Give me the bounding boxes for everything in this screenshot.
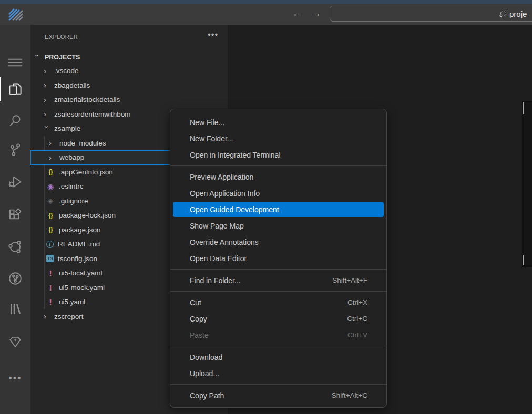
json-icon: {} <box>46 168 55 175</box>
menu-item-new-file[interactable]: New File... <box>173 115 384 130</box>
title-bar: ← → proje <box>0 4 532 25</box>
menu-separator <box>170 384 386 385</box>
explorer-title: EXPLORER <box>30 34 78 40</box>
menu-item-open-data-editor[interactable]: Open Data Editor <box>173 251 384 266</box>
tree-item-zbagdetails[interactable]: › zbagdetails <box>30 78 228 93</box>
storyboard-icon[interactable] <box>7 271 23 286</box>
eslint-icon: ◉ <box>46 182 55 191</box>
menu-item-open-guided-development[interactable]: Open Guided Development <box>173 202 384 217</box>
menu-item-label: Download <box>190 353 222 361</box>
tree-item-label: webapp <box>59 153 84 161</box>
menu-item-shortcut: Shift+Alt+C <box>332 391 367 399</box>
search-input-text: proje <box>509 9 527 18</box>
more-actions-icon[interactable]: ••• <box>7 373 23 384</box>
chevron-right-icon: › <box>44 68 50 74</box>
menu-item-label: New File... <box>190 118 224 127</box>
menu-item-copy-path[interactable]: Copy Path Shift+Alt+C <box>173 388 384 403</box>
typescript-icon: TS <box>46 255 54 262</box>
section-projects[interactable]: › PROJECTS <box>30 51 228 64</box>
explorer-header: EXPLORER ••• <box>30 30 228 44</box>
command-search-input[interactable]: proje <box>330 6 532 22</box>
extensions-icon[interactable] <box>7 207 23 223</box>
chevron-right-icon: › <box>49 140 55 146</box>
gem-icon[interactable] <box>7 334 23 349</box>
menu-item-show-page-map[interactable]: Show Page Map <box>173 218 384 233</box>
tree-item-label: .vscode <box>54 67 79 75</box>
explorer-more-actions-icon[interactable]: ••• <box>208 30 218 39</box>
menu-item-preview-application[interactable]: Preview Application <box>173 169 384 184</box>
json-icon: {} <box>46 226 55 233</box>
menu-item-open-application-info[interactable]: Open Application Info <box>173 185 384 201</box>
menu-item-label: Show Page Map <box>190 222 244 230</box>
menu-item-label: Upload... <box>190 369 219 378</box>
sap-logo-icon <box>7 7 25 22</box>
menu-item-shortcut: Ctrl+C <box>347 315 367 323</box>
tree-item-label: ui5-mock.yaml <box>59 284 105 292</box>
menu-separator <box>170 346 386 346</box>
search-view-icon[interactable] <box>7 113 23 129</box>
tree-item-vscode[interactable]: › .vscode <box>30 64 228 78</box>
tree-item-label: zsample <box>54 125 80 132</box>
yaml-icon: ! <box>46 268 55 277</box>
menu-item-override-annotations[interactable]: Override Annotations <box>173 234 384 250</box>
source-control-icon[interactable] <box>7 142 23 158</box>
yaml-icon: ! <box>46 283 55 292</box>
explorer-icon[interactable] <box>7 81 23 97</box>
menu-item-paste: Paste Ctrl+V <box>173 327 384 343</box>
menu-item-copy[interactable]: Copy Ctrl+C <box>173 311 384 326</box>
share-network-icon[interactable] <box>7 239 23 255</box>
tree-item-label: zsalesorderitemwithbom <box>54 110 131 118</box>
info-icon: i <box>46 241 54 248</box>
json-icon: {} <box>46 212 55 219</box>
run-debug-icon[interactable] <box>7 174 23 190</box>
tree-item-label: ui5.yaml <box>59 298 85 306</box>
tree-item-label: .eslintrc <box>59 182 84 190</box>
menu-item-cut[interactable]: Cut Ctrl+X <box>173 295 384 310</box>
tree-item-label: node_modules <box>59 139 106 147</box>
tree-item-label: tsconfig.json <box>58 255 97 263</box>
menu-separator <box>170 165 386 166</box>
menu-item-label: Find in Folder... <box>190 276 241 285</box>
tree-item-label: zscreport <box>54 313 84 320</box>
menu-item-upload[interactable]: Upload... <box>173 366 384 381</box>
menu-item-new-folder[interactable]: New Folder... <box>173 131 384 146</box>
menu-item-label: Open Guided Development <box>190 205 279 214</box>
yaml-icon: ! <box>46 297 55 306</box>
tree-item-label: .gitignore <box>59 197 88 205</box>
menu-item-find-in-folder[interactable]: Find in Folder... Shift+Alt+F <box>173 273 384 288</box>
menu-item-open-in-integrated-terminal[interactable]: Open in Integrated Terminal <box>173 147 384 162</box>
context-menu: New File... New Folder... Open in Integr… <box>170 109 387 408</box>
menu-item-label: Preview Application <box>190 173 253 181</box>
menu-separator <box>170 269 386 270</box>
menu-item-label: Open in Integrated Terminal <box>190 151 281 159</box>
panel-border-fragment <box>523 102 524 114</box>
menu-icon[interactable] <box>7 55 23 70</box>
chevron-down-icon: › <box>44 126 50 132</box>
tree-item-label: package-lock.json <box>59 211 116 219</box>
menu-item-shortcut: Shift+Alt+F <box>332 276 367 284</box>
library-icon[interactable] <box>7 301 23 317</box>
menu-item-label: Copy <box>190 315 207 323</box>
active-view-indicator <box>0 77 1 101</box>
chevron-right-icon: › <box>44 82 50 88</box>
chevron-down-icon: › <box>34 54 40 60</box>
menu-item-download[interactable]: Download <box>173 349 384 365</box>
right-edge-panel-fragment <box>522 101 532 267</box>
tree-item-label: README.md <box>58 240 100 248</box>
nav-forward-icon[interactable]: → <box>309 7 323 19</box>
tree-item-label: ui5-local.yaml <box>59 269 103 277</box>
nav-back-icon[interactable]: ← <box>291 7 304 19</box>
tree-item-label: package.json <box>59 226 101 234</box>
window-accent-strip <box>0 0 532 4</box>
tree-item-zmaterialstockdetails[interactable]: › zmaterialstockdetails <box>30 92 228 107</box>
menu-item-label: Cut <box>190 298 201 307</box>
menu-item-label: Copy Path <box>190 391 224 400</box>
menu-separator <box>170 291 386 292</box>
chevron-right-icon: › <box>44 313 50 319</box>
app-window: ← → proje <box>0 0 532 414</box>
activity-bar: ••• <box>0 25 30 414</box>
panel-border-fragment <box>523 255 524 265</box>
search-icon <box>499 11 506 17</box>
menu-item-label: Override Annotations <box>190 238 259 246</box>
chevron-right-icon: › <box>49 154 55 161</box>
